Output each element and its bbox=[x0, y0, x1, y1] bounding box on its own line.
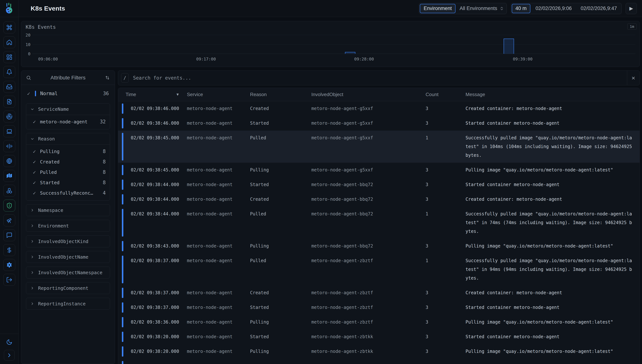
nav-command-button[interactable] bbox=[3, 22, 15, 34]
cell-count: 3 bbox=[425, 119, 466, 128]
filter-group: ReportingInstance bbox=[26, 298, 110, 310]
filter-item[interactable]: ✓ Started 8 bbox=[30, 177, 106, 188]
time-range-chip[interactable]: 40 m bbox=[512, 4, 530, 13]
search-icon[interactable] bbox=[26, 75, 31, 80]
filter-item[interactable]: ✓ SuccessfullyReconc… 4 bbox=[30, 188, 106, 198]
filter-group-label: InvolvedObjectName bbox=[38, 254, 88, 260]
app-logo[interactable] bbox=[0, 0, 19, 17]
table-row[interactable]: 02/02 09:38:46.000 metoro-node-agent Sta… bbox=[118, 116, 639, 130]
cell-reason: Created bbox=[250, 104, 311, 113]
filter-item[interactable]: ✓ Created 8 bbox=[30, 156, 106, 167]
nav-metrics-button[interactable] bbox=[3, 140, 15, 152]
nav-costs-button[interactable] bbox=[3, 244, 15, 256]
cell-involvedobject bbox=[311, 362, 425, 364]
table-row[interactable]: 02/02 09:38:37.000 metoro-node-agent Cre… bbox=[118, 286, 639, 300]
nav-explore-button[interactable] bbox=[3, 214, 15, 226]
icon-rail bbox=[0, 0, 19, 364]
nav-home-button[interactable] bbox=[3, 36, 15, 48]
filter-label: Normal bbox=[40, 91, 103, 96]
time-to-value[interactable]: 02/02/2026,9:47 bbox=[576, 6, 621, 11]
time-from-value[interactable]: 02/02/2026,9:06 bbox=[531, 6, 576, 11]
table-row[interactable]: 02/02 09:38:44.000 metoro-node-agent Pul… bbox=[118, 207, 639, 239]
cell-count: 3 bbox=[425, 195, 466, 204]
filter-label: Pulled bbox=[40, 170, 99, 175]
table-row[interactable]: 02/02 09:38:46.000 metoro-node-agent Cre… bbox=[118, 101, 639, 116]
expand-sidebar-button[interactable] bbox=[4, 350, 15, 361]
table-row[interactable]: 02/02 09:38:45.000 metoro-node-agent Pul… bbox=[118, 130, 639, 163]
play-button[interactable]: ▶ bbox=[626, 3, 637, 14]
nav-logs-button[interactable] bbox=[3, 96, 15, 108]
table-row[interactable]: 02/02 09:38:37.000 metoro-node-agent Pul… bbox=[118, 254, 639, 286]
filter-group-header[interactable]: InvolvedObjectName bbox=[26, 251, 110, 263]
topbar-controls: Environment All Environments 40 m 02/02/… bbox=[419, 3, 637, 14]
log-search-icon bbox=[6, 98, 13, 105]
chevron-icon bbox=[30, 208, 34, 212]
moon-icon bbox=[6, 339, 13, 345]
nav-workloads-button[interactable] bbox=[3, 126, 15, 137]
clear-search-button[interactable]: × bbox=[627, 71, 639, 85]
table-row[interactable]: 02/02 09:38:20.000 bbox=[118, 359, 639, 364]
cell-count bbox=[425, 362, 466, 364]
filter-group-header[interactable]: ReportingComponent bbox=[26, 282, 110, 294]
sort-arrows-icon[interactable] bbox=[105, 75, 110, 80]
column-header-involvedobject[interactable]: InvolvedObject bbox=[311, 92, 425, 98]
nav-network-button[interactable] bbox=[3, 155, 15, 167]
table-row[interactable]: 02/02 09:38:44.000 metoro-node-agent Sta… bbox=[118, 177, 639, 192]
nav-infrastructure-button[interactable] bbox=[3, 185, 15, 197]
environment-label-chip[interactable]: Environment bbox=[420, 4, 456, 13]
filter-group-header[interactable]: Reason bbox=[26, 133, 110, 145]
table-row[interactable]: 02/02 09:38:20.000 metoro-node-agent Sta… bbox=[118, 330, 639, 344]
table-row[interactable]: 02/02 09:38:45.000 metoro-node-agent Pul… bbox=[118, 163, 639, 177]
cell-reason: Pulled bbox=[250, 256, 311, 282]
events-table-panel: Time ▼ Service Reason InvolvedObject Cou… bbox=[118, 88, 640, 364]
table-row[interactable]: 02/02 09:38:36.000 metoro-node-agent Pul… bbox=[118, 315, 639, 330]
nav-settings-button[interactable] bbox=[3, 259, 15, 271]
column-header-service[interactable]: Service bbox=[187, 92, 250, 98]
column-header-reason[interactable]: Reason bbox=[250, 92, 311, 98]
column-header-message[interactable]: Message bbox=[466, 92, 635, 98]
column-header-count[interactable]: Count bbox=[425, 92, 466, 98]
table-row[interactable]: 02/02 09:38:43.000 metoro-node-agent Pul… bbox=[118, 239, 639, 254]
filter-item[interactable]: ✓ metoro-node-agent 32 bbox=[30, 116, 106, 127]
chart-bar[interactable] bbox=[504, 38, 514, 54]
nav-alerts-button[interactable] bbox=[3, 66, 15, 78]
column-header-time[interactable]: Time ▼ bbox=[126, 92, 187, 98]
cell-service bbox=[187, 362, 250, 364]
environment-select[interactable]: All Environments bbox=[456, 6, 507, 11]
nav-logout-button[interactable] bbox=[3, 274, 15, 286]
filter-group-header[interactable]: Namespace bbox=[26, 204, 110, 216]
events-search-input[interactable] bbox=[133, 75, 627, 81]
cell-count: 3 bbox=[425, 104, 466, 113]
filter-count: 32 bbox=[100, 119, 106, 124]
filter-group-label: ReportingComponent bbox=[38, 286, 88, 291]
chart-bar[interactable] bbox=[345, 52, 355, 54]
nav-inbox-button[interactable] bbox=[3, 81, 15, 93]
cell-time: 02/02 09:38:46.000 bbox=[126, 104, 187, 113]
events-section: / × Time ▼ Service Reason InvolvedObject… bbox=[118, 70, 640, 364]
table-row[interactable]: 02/02 09:38:37.000 metoro-node-agent Sta… bbox=[118, 300, 639, 315]
filter-group-label: InvolvedObjectNamespace bbox=[38, 270, 102, 275]
cell-service: metoro-node-agent bbox=[187, 195, 250, 204]
nav-dashboards-button[interactable] bbox=[3, 51, 15, 63]
table-row[interactable]: 02/02 09:38:20.000 metoro-node-agent Pul… bbox=[118, 344, 639, 359]
filter-item[interactable]: ✓ Pulling 8 bbox=[30, 146, 106, 156]
table-row[interactable]: 02/02 09:38:44.000 metoro-node-agent Cre… bbox=[118, 192, 639, 207]
filter-group-header[interactable]: InvolvedObjectKind bbox=[26, 236, 110, 247]
filter-count: 8 bbox=[103, 180, 106, 185]
nav-k8s-events-button[interactable] bbox=[3, 200, 15, 212]
filter-group-header[interactable]: ReportingInstance bbox=[26, 298, 110, 310]
cell-time: 02/02 09:38:20.000 bbox=[126, 332, 187, 341]
nav-traces-button[interactable] bbox=[3, 110, 15, 122]
chevron-right-icon bbox=[6, 352, 13, 358]
theme-toggle-button[interactable] bbox=[4, 338, 15, 346]
filter-item-normal[interactable]: ✓ Normal 36 bbox=[26, 88, 110, 100]
cell-service: metoro-node-agent bbox=[187, 332, 250, 341]
cell-involvedobject: metoro-node-agent-bbq72 bbox=[311, 180, 425, 189]
nav-service-map-button[interactable] bbox=[3, 170, 15, 182]
filter-group-header[interactable]: InvolvedObjectNamespace bbox=[26, 267, 110, 278]
filter-group-header[interactable]: Environment bbox=[26, 220, 110, 232]
nav-chat-button[interactable] bbox=[3, 229, 15, 241]
filter-item[interactable]: ✓ Pulled 8 bbox=[30, 167, 106, 177]
chart-plot-area[interactable]: 01020 bbox=[32, 28, 635, 54]
filter-group-header[interactable]: ServiceName bbox=[26, 104, 110, 115]
